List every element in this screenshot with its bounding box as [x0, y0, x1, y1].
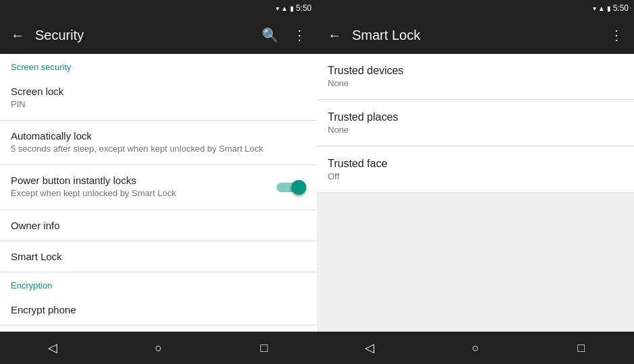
- recents-nav-icon-right: □: [577, 341, 585, 355]
- encrypt-phone-item[interactable]: Encrypt phone: [0, 295, 317, 326]
- trusted-places-subtitle: None: [328, 125, 623, 135]
- trusted-places-title: Trusted places: [328, 111, 623, 123]
- auto-lock-subtitle: 5 seconds after sleep, except when kept …: [11, 143, 306, 155]
- power-button-subtitle: Except when kept unlocked by Smart Lock: [11, 187, 277, 200]
- power-lock-toggle[interactable]: [277, 179, 306, 195]
- home-nav-left[interactable]: ○: [142, 332, 175, 364]
- signal-icon: ▲: [281, 5, 288, 12]
- owner-info-item[interactable]: Owner info: [0, 210, 317, 241]
- screen-lock-item[interactable]: Screen lock PIN: [0, 76, 317, 121]
- trusted-devices-title: Trusted devices: [328, 65, 623, 77]
- smart-lock-item[interactable]: Smart Lock: [0, 241, 317, 272]
- screen-lock-subtitle: PIN: [11, 98, 306, 111]
- screen-security-header: Screen security: [0, 54, 317, 76]
- back-button-security[interactable]: ←: [5, 23, 30, 47]
- more-button-security[interactable]: ⋮: [287, 23, 312, 47]
- search-button[interactable]: 🔍: [258, 23, 282, 47]
- back-nav-icon-left: ◁: [48, 340, 57, 355]
- back-nav-left[interactable]: ◁: [36, 332, 69, 364]
- status-icons-left: ▾ ▲ ▮ 5:50: [276, 3, 312, 13]
- encryption-header: Encryption: [0, 272, 317, 295]
- recents-nav-right[interactable]: □: [565, 332, 598, 364]
- nav-bar-right: ◁ ○ □: [317, 332, 634, 364]
- home-nav-icon-left: ○: [155, 341, 163, 355]
- trusted-devices-item[interactable]: Trusted devices None: [317, 54, 634, 100]
- battery-icon-left: ▮: [290, 5, 294, 12]
- back-button-smart-lock[interactable]: ←: [322, 23, 347, 47]
- power-button-item[interactable]: Power button instantly locks Except when…: [0, 165, 317, 210]
- home-nav-right[interactable]: ○: [459, 332, 492, 364]
- status-icons-right: ▾ ▲ ▮ 5:50: [593, 3, 629, 13]
- power-button-title: Power button instantly locks: [11, 175, 277, 186]
- status-bar-right: ▾ ▲ ▮ 5:50: [317, 0, 634, 16]
- status-bar-left: ▾ ▲ ▮ 5:50: [0, 0, 317, 16]
- more-icon-right: ⋮: [610, 27, 623, 43]
- nav-bar-left: ◁ ○ □: [0, 332, 317, 364]
- auto-lock-item[interactable]: Automatically lock 5 seconds after sleep…: [0, 121, 317, 165]
- trusted-devices-subtitle: None: [328, 78, 623, 88]
- screen-lock-title: Screen lock: [11, 86, 306, 97]
- home-nav-icon-right: ○: [472, 341, 480, 355]
- recents-nav-left[interactable]: □: [248, 332, 281, 364]
- battery-icon-right: ▮: [607, 5, 611, 12]
- back-nav-right[interactable]: ◁: [353, 332, 386, 364]
- more-button-smart-lock[interactable]: ⋮: [604, 23, 629, 47]
- smart-lock-screen-title: Smart Lock: [352, 28, 599, 43]
- search-icon: 🔍: [262, 27, 279, 43]
- toggle-thumb: [291, 180, 306, 195]
- app-bar-security: ← Security 🔍 ⋮: [0, 16, 317, 54]
- recents-nav-icon-left: □: [260, 341, 268, 355]
- trusted-places-item[interactable]: Trusted places None: [317, 100, 634, 146]
- time-left: 5:50: [296, 3, 312, 13]
- passwords-header: Passwords: [0, 326, 317, 332]
- signal-icon-right: ▲: [598, 5, 605, 12]
- smart-lock-screen: ▾ ▲ ▮ 5:50 ← Smart Lock ⋮ Trusted device…: [317, 0, 634, 364]
- encrypt-phone-title: Encrypt phone: [11, 304, 306, 315]
- security-title: Security: [35, 28, 252, 43]
- more-icon: ⋮: [293, 27, 306, 43]
- trusted-face-item[interactable]: Trusted face Off: [317, 147, 634, 193]
- owner-info-title: Owner info: [11, 220, 306, 231]
- back-nav-icon-right: ◁: [365, 340, 374, 355]
- time-right: 5:50: [613, 3, 629, 13]
- wifi-icon: ▾: [276, 5, 279, 12]
- trusted-face-subtitle: Off: [328, 171, 623, 181]
- smart-lock-content: Trusted devices None Trusted places None…: [317, 54, 634, 332]
- trusted-face-title: Trusted face: [328, 158, 623, 170]
- security-screen: ▾ ▲ ▮ 5:50 ← Security 🔍 ⋮ Screen securit…: [0, 0, 317, 364]
- security-content: Screen security Screen lock PIN Automati…: [0, 54, 317, 332]
- app-bar-smart-lock: ← Smart Lock ⋮: [317, 16, 634, 54]
- auto-lock-title: Automatically lock: [11, 130, 306, 142]
- power-button-row: Power button instantly locks Except when…: [11, 175, 306, 200]
- wifi-icon-right: ▾: [593, 5, 596, 12]
- smart-lock-title: Smart Lock: [11, 251, 306, 262]
